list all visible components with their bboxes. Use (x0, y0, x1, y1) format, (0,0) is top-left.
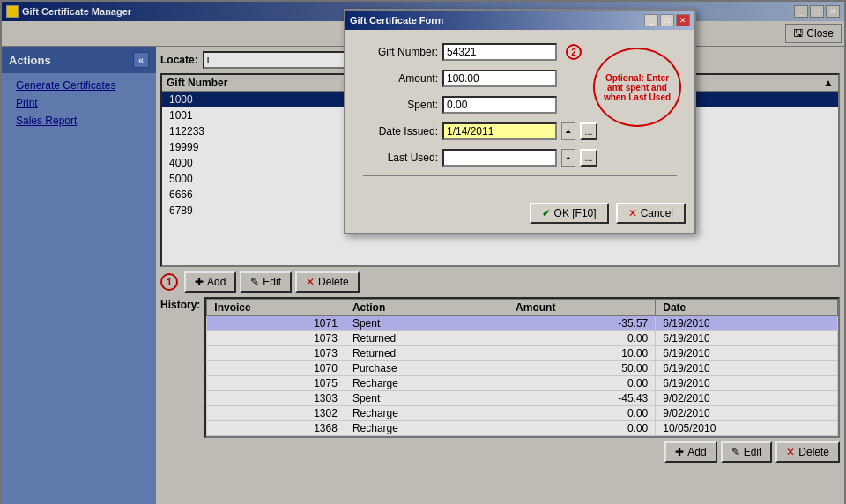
dialog-close-button[interactable]: ✕ (676, 14, 690, 26)
dialog-content: Gift Number: 2 Amount: Spent: Date Issue… (345, 30, 694, 198)
cancel-button[interactable]: ✕ Cancel (616, 203, 686, 224)
last-used-input[interactable] (442, 149, 557, 167)
date-issued-input[interactable] (442, 122, 557, 140)
dialog-minimize-button[interactable]: _ (644, 14, 658, 26)
dialog-title: Gift Certificate Form (350, 15, 443, 26)
amount-label: Amount: (363, 72, 438, 85)
dialog-overlay: Gift Certificate Form _ □ ✕ Gift Number:… (0, 0, 846, 504)
ok-button[interactable]: ✔ OK [F10] (530, 203, 609, 224)
date-issued-label: Date Issued: (363, 125, 438, 137)
check-icon: ✔ (542, 207, 551, 219)
hint-circle: Optional: Enter amt spent and when Last … (593, 48, 681, 127)
gift-number-input[interactable] (442, 43, 557, 61)
dialog-separator (363, 175, 677, 176)
badge-2: 2 (566, 44, 582, 60)
amount-input[interactable] (442, 70, 557, 87)
x-icon: ✕ (628, 207, 637, 219)
last-used-spin-button[interactable]: ⏶ (561, 149, 575, 167)
dialog-controls: _ □ ✕ (644, 14, 690, 26)
spent-label: Spent: (363, 99, 438, 111)
last-used-browse-button[interactable]: ... (580, 149, 597, 167)
date-spin-button[interactable]: ⏶ (561, 122, 575, 140)
dialog-maximize-button[interactable]: □ (660, 14, 674, 26)
date-browse-button[interactable]: ... (580, 122, 597, 140)
dialog-titlebar: Gift Certificate Form _ □ ✕ (345, 11, 694, 30)
dialog-footer: ✔ OK [F10] ✕ Cancel (345, 198, 694, 233)
gift-certificate-dialog: Gift Certificate Form _ □ ✕ Gift Number:… (344, 9, 696, 234)
spent-input[interactable] (442, 96, 557, 114)
last-used-label: Last Used: (363, 152, 438, 164)
last-used-row: Last Used: ⏶ ... (363, 149, 677, 167)
gift-number-label: Gift Number: (363, 46, 438, 58)
